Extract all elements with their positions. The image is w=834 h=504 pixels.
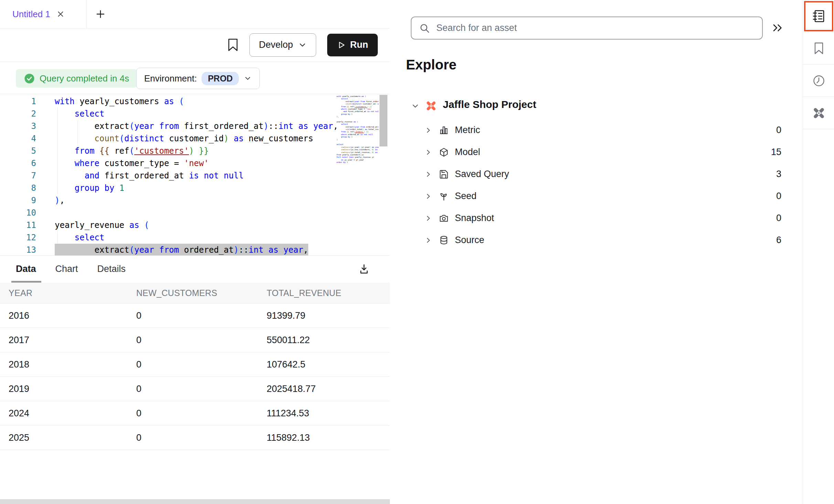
- dbt-assist-tool-button[interactable]: [803, 97, 834, 129]
- table-cell: 111234.53: [258, 408, 390, 419]
- project-name: Jaffle Shop Project: [443, 99, 536, 110]
- editor-scrollbar[interactable]: [379, 94, 388, 255]
- line-number: 7: [0, 169, 36, 182]
- run-button[interactable]: Run: [327, 34, 378, 56]
- table-cell: 0: [128, 310, 258, 321]
- table-cell: 0: [128, 359, 258, 370]
- develop-dropdown-button[interactable]: Develop: [249, 33, 316, 57]
- tab-bar: Untitled 1: [0, 0, 390, 29]
- explore-item-model[interactable]: Model15: [390, 142, 803, 164]
- explore-item-count: 3: [776, 169, 781, 179]
- minimap-line: group by 1: [336, 136, 378, 138]
- results-tab-bar: DataChartDetails: [0, 255, 390, 283]
- editor-toolbar: Develop Run: [0, 28, 390, 62]
- side-toolbar: [803, 0, 834, 504]
- code-line[interactable]: 13 extract(year from ordered_at)::int as…: [0, 244, 390, 256]
- minimap-line: extract(year from first_ordered_at)::int…: [336, 100, 378, 103]
- minimap-line: and first_ordered_at is not null: [336, 110, 378, 113]
- bookmarks-tool-button[interactable]: [803, 32, 834, 65]
- table-cell: 2024: [0, 408, 128, 419]
- explore-heading: Explore: [406, 57, 457, 73]
- code-line[interactable]: 2 select: [0, 108, 390, 120]
- sql-editor[interactable]: 1with yearly_customers as (2 select3 ext…: [0, 94, 390, 256]
- table-cell: 2017: [0, 335, 128, 346]
- line-number: 1: [0, 95, 36, 108]
- code-line[interactable]: 3 extract(year from first_ordered_at)::i…: [0, 120, 390, 132]
- scrollbar-thumb[interactable]: [379, 95, 387, 146]
- tab-untitled-1[interactable]: Untitled 1: [0, 0, 87, 28]
- explore-item-count: 0: [776, 125, 781, 135]
- code-line[interactable]: 1with yearly_customers as (: [0, 95, 390, 108]
- search-input[interactable]: [436, 22, 762, 34]
- environment-selector[interactable]: Environment: PROD: [136, 68, 260, 89]
- explore-item-metric[interactable]: Metric0: [390, 120, 803, 142]
- notebook-tool-button[interactable]: [803, 0, 834, 32]
- code-line[interactable]: 11yearly_revenue as (: [0, 219, 390, 231]
- asset-search[interactable]: [411, 17, 763, 40]
- explore-item-count: 0: [776, 191, 781, 201]
- run-label: Run: [350, 40, 368, 50]
- bookmark-icon: [813, 42, 824, 55]
- code-line[interactable]: 12 select: [0, 231, 390, 244]
- close-icon[interactable]: [56, 10, 65, 18]
- code-line[interactable]: 9),: [0, 194, 390, 207]
- code-line[interactable]: 5 from {{ ref('customers') }}: [0, 145, 390, 157]
- results-tab-details[interactable]: Details: [97, 255, 126, 283]
- explore-item-source[interactable]: Source6: [390, 230, 803, 252]
- chevron-right-icon[interactable]: [425, 215, 432, 222]
- code-line[interactable]: 4 count(distinct customer_id) as new_cus…: [0, 132, 390, 145]
- explore-item-label: Metric: [455, 125, 480, 135]
- table-cell: 2025418.77: [258, 384, 390, 394]
- table-cell: 115892.13: [258, 432, 390, 443]
- code-line[interactable]: 8 group by 1: [0, 182, 390, 194]
- seed-icon: [439, 191, 449, 201]
- explore-item-label: Model: [455, 147, 480, 157]
- line-number: 5: [0, 145, 36, 157]
- project-tree-root[interactable]: Jaffle Shop Project: [390, 97, 803, 115]
- chevron-right-icon[interactable]: [425, 237, 432, 244]
- results-tab-data[interactable]: Data: [16, 255, 36, 283]
- minimap-line: extract(year from ordered_at)::int as ye…: [336, 126, 378, 128]
- explore-item-saved-query[interactable]: Saved Query3: [390, 164, 803, 186]
- minimap-line: coalesce(yr.total_revenue, 0) as total_r…: [336, 151, 378, 154]
- history-tool-button[interactable]: [803, 65, 834, 97]
- explore-item-snapshot[interactable]: Snapshot0: [390, 208, 803, 230]
- line-number: 9: [0, 194, 36, 207]
- chevron-right-icon[interactable]: [425, 193, 432, 200]
- horizontal-scrollbar[interactable]: [0, 499, 390, 504]
- explore-item-seed[interactable]: Seed0: [390, 186, 803, 208]
- table-cell: 0: [128, 408, 258, 419]
- chevron-right-icon[interactable]: [425, 171, 432, 178]
- code-line[interactable]: 6 where customer_type = 'new': [0, 157, 390, 169]
- minimap-line: from {{ ref('customers') }}: [336, 106, 378, 108]
- chevron-right-icon[interactable]: [425, 127, 432, 134]
- minimap-line: where ordered_at is not null: [336, 133, 378, 136]
- explore-item-label: Source: [455, 235, 484, 245]
- download-icon: [358, 263, 370, 275]
- collapse-panel-icon[interactable]: [771, 21, 784, 34]
- new-tab-button[interactable]: [87, 0, 114, 28]
- bookmark-icon[interactable]: [227, 38, 238, 52]
- explore-item-count: 6: [776, 235, 781, 245]
- minimap-line: order by 1: [336, 161, 378, 164]
- minimap-line: from {{ ref('orders') }}: [336, 131, 378, 133]
- editor-minimap[interactable]: with yearly_customers as ( select extrac…: [336, 94, 378, 255]
- minimap-line: select: [336, 123, 378, 125]
- code-line[interactable]: 10: [0, 207, 390, 219]
- snapshot-icon: [439, 213, 449, 223]
- explore-item-label: Snapshot: [455, 213, 494, 223]
- chevron-right-icon[interactable]: [425, 149, 432, 156]
- download-button[interactable]: [358, 255, 370, 283]
- column-header: TOTAL_REVENUE: [258, 288, 390, 298]
- notebook-icon: [811, 9, 826, 24]
- minimap-line: ),: [336, 116, 378, 118]
- source-icon: [439, 235, 449, 245]
- chevron-down-icon[interactable]: [411, 101, 420, 110]
- table-cell: 550011.22: [258, 335, 390, 346]
- explore-item-label: Seed: [455, 191, 477, 201]
- results-tab-chart[interactable]: Chart: [55, 255, 78, 283]
- code-line[interactable]: 7 and first_ordered_at is not null: [0, 169, 390, 182]
- query-status-text: Query completed in 4s: [40, 73, 129, 84]
- table-row: 20250115892.13: [0, 426, 390, 450]
- environment-value-badge: PROD: [202, 72, 239, 85]
